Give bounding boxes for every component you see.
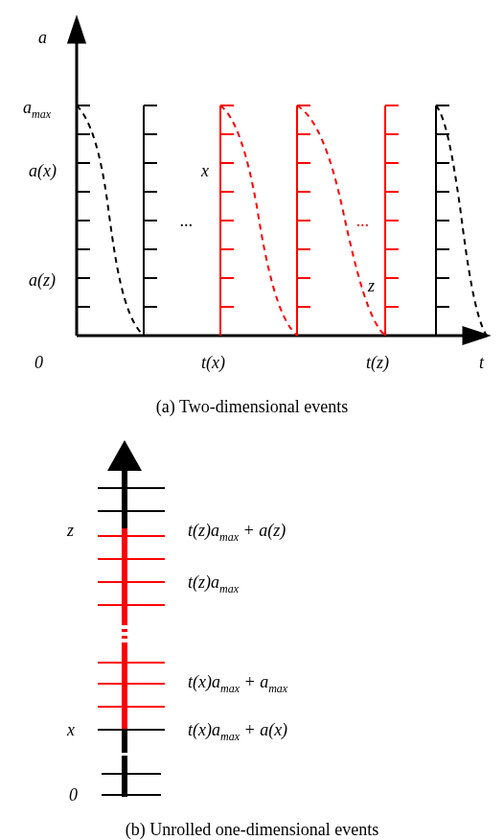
ellipsis-1: ... xyxy=(180,211,194,230)
xtick-tz: t(z) xyxy=(366,353,389,373)
axis-y xyxy=(69,19,84,336)
expr3: t(z)amax xyxy=(188,572,240,595)
svg-marker-3 xyxy=(464,328,487,343)
x-axis-label: t xyxy=(479,353,485,372)
ellipsis-2: ... xyxy=(356,211,370,230)
event-rule-3 xyxy=(297,105,310,336)
event-rule-1 xyxy=(144,105,157,336)
caption-b: (b) Unrolled one-dimensional events xyxy=(10,820,494,840)
ytick-az: a(z) xyxy=(29,270,56,291)
ytick-amax: amax xyxy=(23,98,52,121)
label-x-point: x xyxy=(200,161,209,180)
ticks-top xyxy=(98,488,165,511)
panel-b: 0 x z t(x)amax + a(x) t(x)amax + amax t(… xyxy=(10,432,494,840)
tickx: x xyxy=(66,720,75,739)
svg-marker-1 xyxy=(69,19,84,42)
event-rule-5 xyxy=(436,105,449,336)
event-rule-tz xyxy=(385,105,399,336)
ytick-ax: a(x) xyxy=(29,161,57,181)
label-z-point: z xyxy=(367,276,375,295)
axis-arrow xyxy=(107,440,142,471)
y-axis-label: a xyxy=(38,28,47,47)
xtick-tx: t(x) xyxy=(201,353,225,373)
expr2: t(x)amax + amax xyxy=(188,672,288,695)
expr4: t(z)amax + a(z) xyxy=(188,521,286,544)
panel-a: ... ... a t 0 amax a(x) a(z) x z t(x) t(… xyxy=(10,10,494,417)
caption-a: (a) Two-dimensional events xyxy=(10,397,494,417)
ticks-red-upper xyxy=(98,536,165,605)
expr1: t(x)amax + a(x) xyxy=(188,720,287,743)
panel-b-svg: 0 x z t(x)amax + a(x) t(x)amax + amax t(… xyxy=(10,432,494,816)
ticks-bottom xyxy=(102,774,161,795)
event-rule-0 xyxy=(77,105,90,307)
tick0: 0 xyxy=(69,785,78,805)
event-rule-tx xyxy=(220,105,234,336)
ticks-red-lower xyxy=(98,663,165,707)
origin-label: 0 xyxy=(34,353,43,372)
tickz: z xyxy=(66,521,74,540)
panel-a-svg: ... ... a t 0 amax a(x) a(z) x z t(x) t(… xyxy=(10,10,494,393)
